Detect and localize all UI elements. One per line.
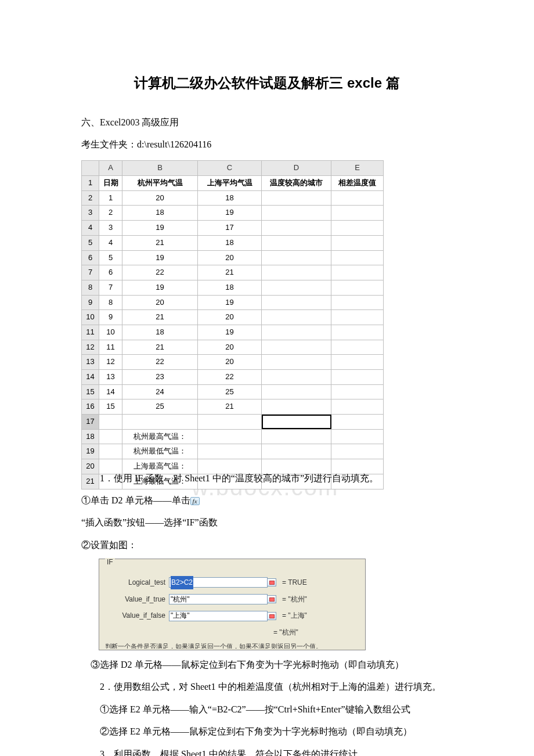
cell bbox=[99, 444, 122, 459]
cell bbox=[331, 384, 384, 399]
row-header: 12 bbox=[82, 340, 99, 355]
cell: 6 bbox=[99, 265, 122, 280]
cell: 4 bbox=[99, 235, 122, 250]
question-2: 2．使用数组公式，对 Sheet1 中的相差温度值（杭州相对于上海的温差）进行填… bbox=[81, 678, 453, 696]
q1-step1: ①单击 D2 单元格——单击fx bbox=[81, 492, 453, 509]
cell: 18 bbox=[122, 206, 198, 221]
selected-cell bbox=[262, 415, 331, 430]
cell: 18 bbox=[198, 280, 262, 295]
column-header-row: A B C D E bbox=[82, 161, 384, 176]
cell: 24 bbox=[122, 384, 198, 399]
cell: 日期 bbox=[99, 176, 122, 191]
value-if-false-input[interactable]: "上海" bbox=[169, 611, 268, 621]
cell bbox=[122, 415, 198, 430]
table-row: 14 13 23 22 bbox=[82, 370, 384, 385]
cell bbox=[262, 235, 331, 250]
table-row: 10 9 21 20 bbox=[82, 310, 384, 325]
cell: 相差温度值 bbox=[331, 176, 384, 191]
question-1: 1．使用 IF 函数，对 Sheet1 中的“温度较高的城市”列进行自动填充。 bbox=[81, 470, 453, 487]
cell: 21 bbox=[122, 235, 198, 250]
cell: 19 bbox=[198, 295, 262, 310]
question-3: 3．利用函数，根据 Sheet1 中的结果，符合以下条件的进行统计。 bbox=[81, 746, 453, 756]
table-row: 12 11 21 20 bbox=[82, 340, 384, 355]
logical-test-label: Logical_test bbox=[105, 576, 169, 589]
col-header-D: D bbox=[262, 161, 331, 176]
cell bbox=[262, 265, 331, 280]
row-header: 2 bbox=[82, 190, 99, 206]
table-row: 15 14 24 25 bbox=[82, 384, 384, 399]
cell: 17 bbox=[198, 221, 262, 236]
col-header-B: B bbox=[122, 161, 198, 176]
row-header: 17 bbox=[82, 415, 99, 430]
row-header: 15 bbox=[82, 384, 99, 399]
cell bbox=[262, 444, 331, 459]
cell bbox=[331, 355, 384, 370]
row-header: 7 bbox=[82, 265, 99, 280]
table-row: 17 bbox=[82, 415, 384, 430]
cell bbox=[262, 325, 331, 340]
cell: 15 bbox=[99, 399, 122, 415]
col-header-E: E bbox=[331, 161, 384, 176]
cell bbox=[331, 444, 384, 459]
row-header: 8 bbox=[82, 280, 99, 295]
cell bbox=[331, 280, 384, 295]
spreadsheet: A B C D E 1 日期 杭州平均气温 上海平均气温 温度较高的城市 相差温… bbox=[81, 160, 384, 489]
table-row: 4 3 19 17 bbox=[82, 221, 384, 236]
dialog-description: 判断一个条件是否满足，如果满足返回一个值，如果不满足则返回另一个值。 bbox=[105, 640, 359, 649]
cell: 22 bbox=[198, 370, 262, 385]
cell: 11 bbox=[99, 340, 122, 355]
cell: 25 bbox=[198, 384, 262, 399]
table-row: 16 15 25 21 bbox=[82, 399, 384, 415]
row-header: 19 bbox=[82, 444, 99, 459]
table-row: 19 杭州最低气温： bbox=[82, 444, 384, 459]
cell: 20 bbox=[198, 355, 262, 370]
corner-cell bbox=[82, 161, 99, 176]
cell bbox=[198, 444, 262, 459]
cell bbox=[262, 295, 331, 310]
col-header-C: C bbox=[198, 161, 262, 176]
col-header-A: A bbox=[99, 161, 122, 176]
row-header: 6 bbox=[82, 250, 99, 265]
cell: 8 bbox=[99, 295, 122, 310]
logical-test-input[interactable]: B2>C2 bbox=[169, 577, 268, 588]
cell: 1 bbox=[99, 190, 122, 206]
q2-step1: ①选择 E2 单元格——输入“=B2-C2”——按“Ctrl+Shift+Ent… bbox=[81, 701, 453, 718]
cell bbox=[198, 429, 262, 444]
cell bbox=[262, 355, 331, 370]
logical-test-eval: = TRUE bbox=[282, 576, 307, 589]
cell: 20 bbox=[122, 295, 198, 310]
dialog-row-false: Value_if_false "上海" = "上海" bbox=[105, 609, 359, 622]
value-if-true-eval: = "杭州" bbox=[282, 593, 307, 606]
row-header: 1 bbox=[82, 176, 99, 191]
q1-step1-post: “插入函数”按钮——选择“IF”函数 bbox=[81, 514, 453, 531]
cell: 19 bbox=[198, 325, 262, 340]
cell: 杭州最低气温： bbox=[122, 444, 198, 459]
cell: 12 bbox=[99, 355, 122, 370]
cell bbox=[331, 340, 384, 355]
range-picker-icon[interactable] bbox=[267, 612, 276, 620]
cell bbox=[331, 206, 384, 221]
table-row: 8 7 19 18 bbox=[82, 280, 384, 295]
cell: 22 bbox=[122, 355, 198, 370]
range-picker-icon[interactable] bbox=[267, 595, 276, 603]
table-row: 13 12 22 20 bbox=[82, 355, 384, 370]
function-arguments-dialog: IF Logical_test B2>C2 = TRUE Value_if_tr… bbox=[99, 559, 366, 650]
cell: 20 bbox=[198, 340, 262, 355]
cell: 21 bbox=[198, 265, 262, 280]
cell: 21 bbox=[198, 399, 262, 415]
row-header: 18 bbox=[82, 429, 99, 444]
table-row: 2 1 20 18 bbox=[82, 190, 384, 206]
range-picker-icon[interactable] bbox=[267, 578, 276, 586]
cell bbox=[331, 370, 384, 385]
row-header: 11 bbox=[82, 325, 99, 340]
value-if-false-label: Value_if_false bbox=[105, 609, 169, 622]
cell bbox=[262, 370, 331, 385]
cell bbox=[262, 310, 331, 325]
cell: 13 bbox=[99, 370, 122, 385]
cell bbox=[331, 325, 384, 340]
value-if-true-input[interactable]: "杭州" bbox=[169, 594, 268, 604]
cell bbox=[99, 429, 122, 444]
table-row: 9 8 20 19 bbox=[82, 295, 384, 310]
cell bbox=[331, 399, 384, 415]
cell: 20 bbox=[198, 250, 262, 265]
